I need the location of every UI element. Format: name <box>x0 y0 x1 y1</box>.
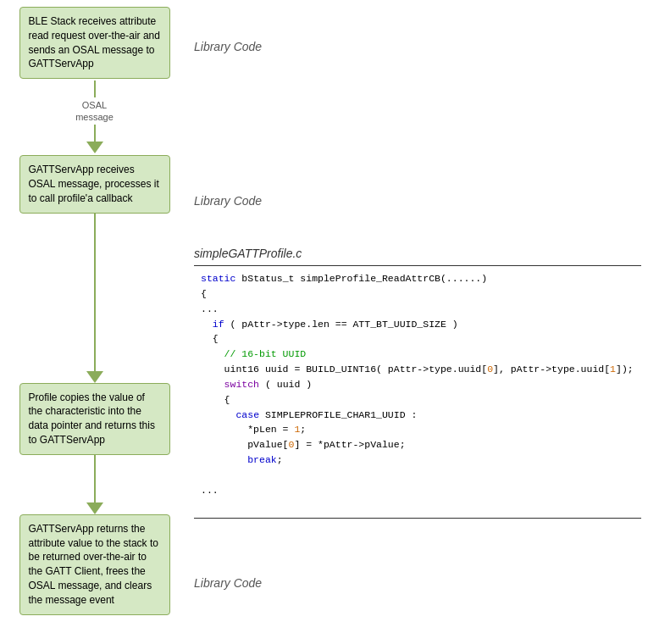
flow-box-2-text: GATTServApp receives OSAL message, proce… <box>29 164 159 204</box>
arrow-3 <box>19 455 170 514</box>
main-layout: BLE Stack receives attribute read reques… <box>0 0 648 644</box>
arrow-2-head <box>86 371 103 383</box>
flow-box-3: Profile copies the value of the characte… <box>19 383 170 455</box>
arrow-3-head <box>86 502 103 514</box>
flow-box-3-text: Profile copies the value of the characte… <box>29 391 155 446</box>
code-area: simpleGATTProfile.c static bStatus_t sim… <box>194 247 641 519</box>
code-filename: simpleGATTProfile.c <box>194 247 641 260</box>
code-section: static bStatus_t simpleProfile_ReadAttrC… <box>194 265 641 519</box>
arrow-1-head <box>86 142 103 153</box>
arrow-1: OSAL message <box>19 79 170 155</box>
code-block: static bStatus_t simpleProfile_ReadAttrC… <box>201 271 634 513</box>
arrow-1-label: OSAL message <box>75 99 114 124</box>
flow-box-1-text: BLE Stack receives attribute read reques… <box>29 15 160 69</box>
flow-box-1: BLE Stack receives attribute read reques… <box>19 7 170 79</box>
flow-diagram: BLE Stack receives attribute read reques… <box>0 0 182 644</box>
label-1-row: Library Code <box>194 7 641 86</box>
label-1: Library Code <box>194 40 262 53</box>
right-column: Library Code Library Code simpleGATTProf… <box>182 0 648 644</box>
flow-box-2: GATTServApp receives OSAL message, proce… <box>19 155 170 213</box>
flow-box-4: GATTServApp returns the attribute value … <box>19 514 170 615</box>
arrow-2 <box>19 214 170 383</box>
label-2: Library Code <box>194 194 262 208</box>
arrow-1-spacer <box>194 86 641 160</box>
label-2-row: Library Code <box>194 161 641 240</box>
label-3: Library Code <box>194 576 262 590</box>
label-3-row: Library Code <box>194 529 641 637</box>
flow-box-4-text: GATTServApp returns the attribute value … <box>29 523 158 606</box>
